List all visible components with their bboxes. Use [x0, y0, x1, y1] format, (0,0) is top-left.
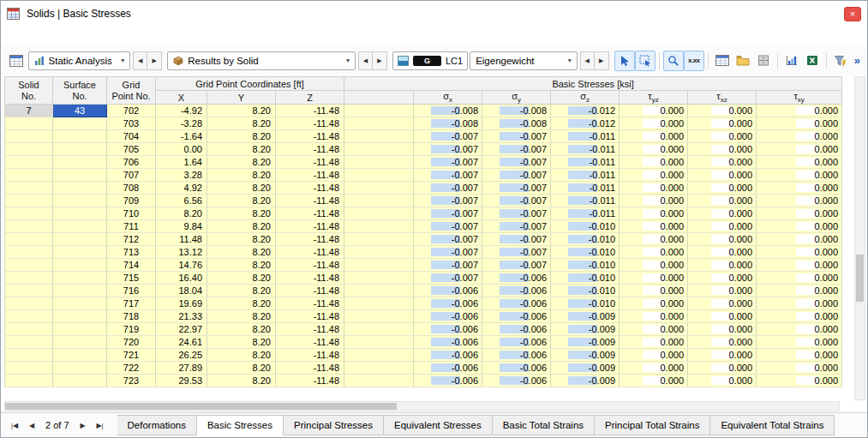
cell-sigma-y[interactable]: -0.006 [482, 297, 551, 310]
close-button[interactable]: × [844, 7, 861, 21]
cell-tau-yz[interactable]: 0.000 [620, 105, 688, 117]
cell-spacer[interactable] [344, 297, 414, 310]
cell-sigma-y[interactable]: -0.007 [482, 130, 551, 143]
cell-spacer[interactable] [344, 272, 414, 285]
cell-tau-xy[interactable]: 0.000 [757, 375, 842, 387]
cell-grid-point-no[interactable]: 702 [107, 105, 156, 117]
cell-solid-no[interactable] [5, 117, 53, 130]
results-prev-button[interactable]: ◀ [358, 51, 373, 70]
cell-sigma-y[interactable]: -0.007 [482, 207, 551, 220]
cell-grid-point-no[interactable]: 707 [107, 169, 156, 182]
cell-sigma-y[interactable]: -0.007 [482, 246, 551, 259]
cell-sigma-x[interactable]: -0.007 [414, 207, 482, 220]
cell-sigma-x[interactable]: -0.007 [414, 169, 482, 182]
cell-tau-xz[interactable]: 0.000 [688, 336, 757, 349]
cell-grid-point-no[interactable]: 705 [107, 143, 156, 156]
cell-spacer[interactable] [344, 349, 414, 362]
cell-sigma-y[interactable]: -0.006 [482, 349, 551, 362]
cell-y[interactable]: 8.20 [207, 130, 276, 143]
cell-surface-no[interactable] [53, 246, 107, 259]
cell-x[interactable]: 3.28 [156, 169, 207, 182]
cell-y[interactable]: 8.20 [207, 246, 276, 259]
select-results-button[interactable] [614, 51, 635, 71]
cell-grid-point-no[interactable]: 719 [107, 323, 156, 336]
cell-tau-xz[interactable]: 0.000 [688, 233, 757, 246]
horizontal-scrollbar[interactable] [4, 401, 840, 411]
case-next-button[interactable]: ▶ [595, 51, 609, 70]
cell-tau-xy[interactable]: 0.000 [757, 117, 842, 130]
cell-tau-xy[interactable]: 0.000 [757, 285, 842, 297]
cell-z[interactable]: -11.48 [276, 233, 344, 246]
cell-y[interactable]: 8.20 [207, 259, 276, 272]
cell-y[interactable]: 8.20 [207, 105, 276, 117]
cell-tau-yz[interactable]: 0.000 [620, 169, 688, 182]
cell-surface-no[interactable] [53, 182, 107, 195]
cell-grid-point-no[interactable]: 712 [107, 233, 156, 246]
cell-tau-xy[interactable]: 0.000 [757, 143, 842, 156]
cell-solid-no[interactable] [5, 362, 53, 375]
cell-tau-xy[interactable]: 0.000 [757, 105, 842, 117]
cell-y[interactable]: 8.20 [207, 220, 276, 233]
cell-tau-xz[interactable]: 0.000 [688, 349, 757, 362]
cell-y[interactable]: 8.20 [207, 169, 276, 182]
cell-x[interactable]: 6.56 [156, 195, 207, 207]
cell-tau-xz[interactable]: 0.000 [688, 169, 757, 182]
cell-tau-yz[interactable]: 0.000 [620, 336, 688, 349]
analysis-prev-button[interactable]: ◀ [133, 51, 147, 70]
cell-sigma-z[interactable]: -0.010 [551, 233, 620, 246]
cell-tau-yz[interactable]: 0.000 [620, 130, 688, 143]
cell-sigma-y[interactable]: -0.007 [482, 233, 551, 246]
cell-grid-point-no[interactable]: 715 [107, 272, 156, 285]
cell-tau-yz[interactable]: 0.000 [620, 323, 688, 336]
cell-z[interactable]: -11.48 [276, 349, 344, 362]
cell-sigma-x[interactable]: -0.006 [414, 349, 482, 362]
result-tab[interactable]: Equivalent Stresses [384, 415, 493, 435]
diagram-button[interactable] [781, 51, 802, 71]
cell-surface-no[interactable] [53, 375, 107, 387]
cell-tau-xz[interactable]: 0.000 [688, 272, 757, 285]
horizontal-scrollbar-thumb[interactable] [5, 403, 397, 410]
cell-solid-no[interactable] [5, 259, 53, 272]
cell-sigma-y[interactable]: -0.007 [482, 259, 551, 272]
cell-grid-point-no[interactable]: 714 [107, 259, 156, 272]
analysis-combo[interactable]: Static Analysis ▾ [28, 51, 131, 70]
cell-z[interactable]: -11.48 [276, 375, 344, 387]
cell-grid-point-no[interactable]: 721 [107, 349, 156, 362]
cell-tau-yz[interactable]: 0.000 [620, 246, 688, 259]
cell-grid-point-no[interactable]: 704 [107, 130, 156, 143]
cell-sigma-z[interactable]: -0.011 [551, 182, 620, 195]
cell-surface-no[interactable] [53, 220, 107, 233]
results-combo[interactable]: Results by Solid ▾ [167, 51, 356, 70]
cell-surface-no[interactable] [53, 207, 107, 220]
cell-sigma-y[interactable]: -0.006 [482, 323, 551, 336]
cell-surface-no[interactable] [53, 233, 107, 246]
cell-sigma-x[interactable]: -0.006 [414, 323, 482, 336]
cell-tau-xy[interactable]: 0.000 [757, 156, 842, 169]
cell-y[interactable]: 8.20 [207, 143, 276, 156]
cell-tau-xy[interactable]: 0.000 [757, 272, 842, 285]
cell-sigma-x[interactable]: -0.007 [414, 182, 482, 195]
cell-solid-no[interactable] [5, 272, 53, 285]
cell-x[interactable]: 19.69 [156, 297, 207, 310]
cell-spacer[interactable] [344, 375, 414, 387]
cell-sigma-z[interactable]: -0.010 [551, 259, 620, 272]
cell-grid-point-no[interactable]: 717 [107, 297, 156, 310]
cell-y[interactable]: 8.20 [207, 207, 276, 220]
filter-button[interactable] [830, 51, 851, 71]
cell-spacer[interactable] [344, 310, 414, 323]
cell-tau-yz[interactable]: 0.000 [620, 297, 688, 310]
cell-sigma-z[interactable]: -0.010 [551, 272, 620, 285]
cell-sigma-y[interactable]: -0.007 [482, 195, 551, 207]
cell-surface-no[interactable] [53, 323, 107, 336]
cell-y[interactable]: 8.20 [207, 272, 276, 285]
cell-sigma-x[interactable]: -0.007 [414, 233, 482, 246]
cell-y[interactable]: 8.20 [207, 156, 276, 169]
cell-tau-xy[interactable]: 0.000 [757, 310, 842, 323]
cell-y[interactable]: 8.20 [207, 297, 276, 310]
cell-grid-point-no[interactable]: 711 [107, 220, 156, 233]
cell-tau-xz[interactable]: 0.000 [688, 323, 757, 336]
result-tab[interactable]: Principal Total Strains [595, 415, 710, 435]
cell-sigma-z[interactable]: -0.010 [551, 246, 620, 259]
cell-solid-no[interactable] [5, 156, 53, 169]
cell-x[interactable]: 14.76 [156, 259, 207, 272]
